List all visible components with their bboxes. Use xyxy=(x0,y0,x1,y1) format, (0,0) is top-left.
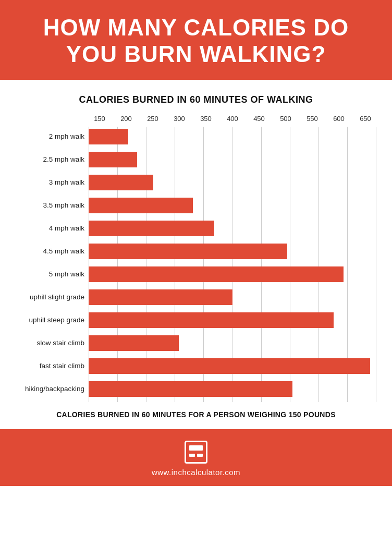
bar xyxy=(89,312,334,328)
axis-label: 200 xyxy=(115,115,137,123)
header-title: HOW MANY CALORIES DO YOU BURN WALKING? xyxy=(21,15,371,67)
chart-subtitle: CALORIES BURNED IN 60 MINUTES FOR A PERS… xyxy=(16,410,376,419)
bar-label: 5 mph walk xyxy=(16,270,84,278)
bar-label: 3.5 mph walk xyxy=(16,201,84,210)
bar-label: 4 mph walk xyxy=(16,224,84,233)
bar-label: 3 mph walk xyxy=(16,178,84,187)
bars-area: 2 mph walk2.5 mph walk3 mph walk3.5 mph … xyxy=(89,127,376,402)
header-section: HOW MANY CALORIES DO YOU BURN WALKING? xyxy=(0,0,392,80)
bar xyxy=(89,244,287,259)
bar xyxy=(89,221,214,236)
bar-label: fast stair climb xyxy=(16,362,84,370)
bar-label: uphill steep grade xyxy=(16,316,84,324)
bar xyxy=(89,129,128,144)
chart-title: CALORIES BURNED IN 60 MINUTES OF WALKING xyxy=(16,94,376,105)
bar-row: 5 mph walk xyxy=(89,264,376,284)
bar xyxy=(89,198,193,213)
header-title-line1: HOW MANY CALORIES DO xyxy=(43,15,349,40)
bar xyxy=(89,152,137,167)
calculator-icon xyxy=(185,441,207,464)
bar-label: slow stair climb xyxy=(16,339,84,347)
axis-label: 550 xyxy=(301,115,323,123)
bar-row: uphill steep grade xyxy=(89,310,376,330)
bar-label: uphill slight grade xyxy=(16,293,84,301)
chart-section: CALORIES BURNED IN 60 MINUTES OF WALKING… xyxy=(0,80,392,429)
axis-label: 500 xyxy=(275,115,297,123)
axis-label: 600 xyxy=(328,115,350,123)
axis-label: 350 xyxy=(195,115,217,123)
bar xyxy=(89,358,370,374)
bar-row: 2.5 mph walk xyxy=(89,150,376,169)
bar xyxy=(89,381,292,397)
bar xyxy=(89,335,179,351)
bar xyxy=(89,266,344,282)
axis-label: 450 xyxy=(248,115,270,123)
bar-row: 4 mph walk xyxy=(89,219,376,238)
bar-row: uphill slight grade xyxy=(89,287,376,307)
bar-row: 4.5 mph walk xyxy=(89,241,376,261)
bar-label: 4.5 mph walk xyxy=(16,247,84,256)
bar-row: hiking/backpacking xyxy=(89,379,376,399)
axis-label: 650 xyxy=(354,115,376,123)
bar xyxy=(89,175,153,190)
bar xyxy=(89,289,232,305)
bar-label: 2.5 mph walk xyxy=(16,155,84,164)
axis-label: 250 xyxy=(142,115,164,123)
footer-url: www.inchcalculator.com xyxy=(152,468,240,477)
axis-labels: 150200250300350400450500550600650 xyxy=(89,115,376,123)
bar-row: slow stair climb xyxy=(89,333,376,353)
axis-label: 400 xyxy=(222,115,243,123)
axis-label: 300 xyxy=(168,115,190,123)
bar-row: fast stair climb xyxy=(89,356,376,376)
bar-label: 2 mph walk xyxy=(16,132,84,141)
header-title-line2: YOU BURN WALKING? xyxy=(66,41,326,67)
bar-row: 2 mph walk xyxy=(89,127,376,147)
bar-label: hiking/backpacking xyxy=(16,385,84,393)
bar-row: 3 mph walk xyxy=(89,173,376,192)
chart-container: 150200250300350400450500550600650 2 mph … xyxy=(16,115,376,402)
footer-section: www.inchcalculator.com xyxy=(0,429,392,486)
axis-label: 150 xyxy=(89,115,111,123)
bar-row: 3.5 mph walk xyxy=(89,196,376,215)
